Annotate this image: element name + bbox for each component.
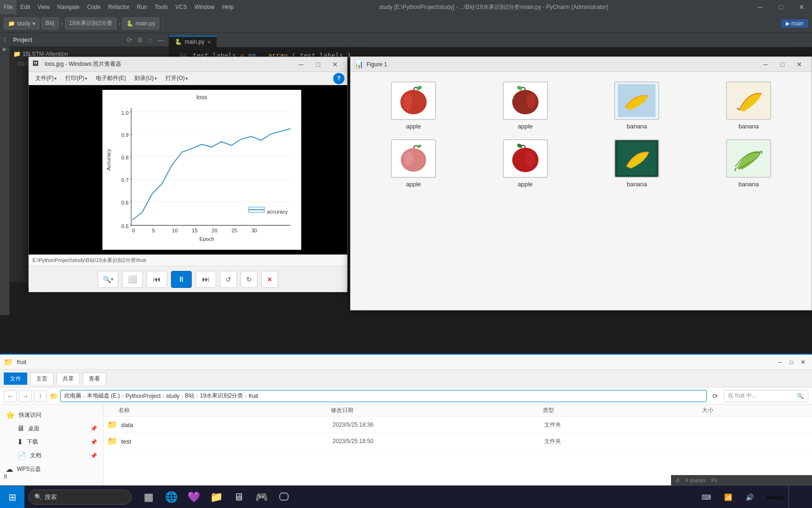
- fe-refresh-button[interactable]: ⟳: [709, 390, 722, 402]
- run-configuration[interactable]: ▶ main: [781, 19, 808, 28]
- taskbar-icon-settings[interactable]: 🖥: [229, 488, 248, 507]
- menu-view[interactable]: View: [34, 0, 54, 14]
- pv-menu-file[interactable]: 文件(F) ▾: [31, 73, 61, 83]
- file-row-data[interactable]: 📁 data 2023/5/25 18:36 文件夹: [103, 417, 812, 433]
- sync-icon[interactable]: ⟳: [125, 36, 134, 44]
- fe-minimize-button[interactable]: ─: [775, 359, 785, 365]
- col-header-type[interactable]: 类型: [543, 406, 702, 414]
- show-desktop-button[interactable]: [789, 486, 812, 508]
- taskbar-clock[interactable]: desktop: [763, 494, 789, 500]
- pv-menu-print[interactable]: 打印(P) ▾: [62, 73, 91, 83]
- pv-rotate-left-button[interactable]: ↺: [220, 271, 237, 288]
- fe-search-box[interactable]: 在 fruit 中... 🔍: [724, 390, 808, 402]
- fe-bc-sep2: ›: [122, 393, 124, 399]
- start-button[interactable]: ⊞: [0, 486, 24, 508]
- fe-sidebar-quick-access[interactable]: ⭐ 快速访问: [0, 408, 103, 422]
- menu-edit[interactable]: Edit: [16, 0, 34, 14]
- fruit-item-3: banana: [588, 81, 686, 130]
- fe-tab-share[interactable]: 共享: [56, 373, 80, 385]
- project-dropdown[interactable]: 📁 study ▾: [4, 17, 39, 30]
- fe-tab-view[interactable]: 查看: [83, 373, 106, 385]
- code-tab-close-icon[interactable]: ✕: [207, 40, 211, 45]
- menu-vcs[interactable]: VCS: [172, 0, 191, 14]
- breadcrumb-bstation[interactable]: B站: [41, 17, 59, 30]
- menu-file[interactable]: File: [0, 0, 16, 14]
- fe-bc-sep3: ›: [163, 393, 164, 399]
- fruit-image-banana3: [614, 139, 659, 178]
- side-run-icon[interactable]: ▶: [1, 46, 8, 54]
- fe-back-button[interactable]: ←: [4, 390, 17, 402]
- taskbar-icon-taskview[interactable]: ▦: [139, 488, 158, 507]
- taskbar-icon-store[interactable]: 💜: [184, 488, 203, 507]
- taskbar: ⊞ 🔍 搜索 ▦ 🌐 💜 📁 🖥 🎮 🖵 ⌨ 📶: [0, 485, 812, 508]
- pv-select-button[interactable]: ⬜: [122, 271, 143, 288]
- pv-delete-button[interactable]: ✕: [261, 271, 278, 288]
- menu-refactor[interactable]: Refactor: [104, 0, 133, 14]
- pycharm-close-button[interactable]: ✕: [791, 0, 812, 14]
- pycharm-maximize-button[interactable]: □: [771, 0, 791, 14]
- pv-rotate-right-button[interactable]: ↻: [241, 271, 258, 288]
- code-tab-mainpy[interactable]: 🐍 main.py ✕: [169, 36, 217, 47]
- menu-tools[interactable]: Tools: [151, 0, 172, 14]
- taskbar-icon-fileexp[interactable]: 📁: [207, 488, 226, 507]
- taskbar-keyboard-icon[interactable]: ⌨: [697, 488, 716, 507]
- fe-breadcrumb[interactable]: 此电脑 › 本地磁盘 (E:) › PythonProject › study …: [60, 390, 707, 402]
- pv-prev-button[interactable]: ⏮: [147, 271, 167, 288]
- fe-sidebar-wps[interactable]: ☁ WPS云盘: [0, 462, 103, 476]
- menu-arrow-icon3: ▾: [155, 76, 157, 81]
- breadcrumb-mainpy[interactable]: 🐍 main.py: [122, 17, 159, 30]
- menu-navigate[interactable]: Navigate: [54, 0, 83, 14]
- pv-play-button[interactable]: ⏸: [171, 271, 192, 288]
- menu-window[interactable]: Window: [191, 0, 219, 14]
- pv-search-button[interactable]: 🔍 ▾: [98, 271, 118, 288]
- pv-next-button[interactable]: ⏭: [195, 271, 216, 288]
- figure-maximize-button[interactable]: □: [774, 58, 791, 71]
- fe-maximize-button[interactable]: □: [787, 359, 796, 365]
- collapse-icon[interactable]: —: [156, 36, 165, 44]
- breadcrumb-sep1: ›: [61, 20, 63, 27]
- taskbar-volume-icon[interactable]: 🔊: [740, 488, 759, 507]
- fe-sidebar-desktop[interactable]: 🖥 桌面 📌: [0, 422, 103, 435]
- taskbar-icon-monitor[interactable]: 🖵: [274, 488, 293, 507]
- pv-menu-email[interactable]: 电子邮件(E): [92, 73, 130, 83]
- col-header-name[interactable]: 名称: [118, 406, 331, 414]
- pv-help-button[interactable]: ?: [333, 73, 344, 84]
- folder-icon: 📁: [13, 50, 21, 57]
- side-project-icon[interactable]: 1: [1, 37, 8, 44]
- taskbar-icon-pycharm[interactable]: 🎮: [252, 488, 271, 507]
- file-explorer-folder-icon: 📁: [4, 357, 13, 366]
- expand-icon[interactable]: ↕: [146, 36, 155, 44]
- network-icon: 📶: [724, 493, 732, 501]
- fe-close-button[interactable]: ✕: [798, 359, 808, 365]
- pycharm-minimize-button[interactable]: ─: [750, 0, 771, 14]
- fruit-image-apple3: [391, 139, 436, 178]
- fe-tab-file[interactable]: 文件: [4, 373, 27, 385]
- pv-minimize-button[interactable]: ─: [293, 58, 310, 71]
- fe-forward-button[interactable]: →: [19, 390, 32, 402]
- pv-menu-open[interactable]: 打开(O) ▾: [162, 73, 192, 83]
- edge-icon: 🌐: [165, 491, 178, 503]
- col-header-size[interactable]: 大小: [702, 406, 808, 414]
- fe-bc-fruit: fruit: [249, 393, 258, 399]
- fe-up-button[interactable]: ↑: [34, 390, 47, 402]
- file-row-test[interactable]: 📁 test 2023/5/25 18:50 文件夹: [103, 433, 812, 450]
- pv-menu-burn[interactable]: 刻录(U) ▾: [131, 73, 161, 83]
- taskbar-icon-edge[interactable]: 🌐: [162, 488, 180, 507]
- fe-sidebar-documents[interactable]: 📄 文档 📌: [0, 449, 103, 462]
- taskbar-search[interactable]: 🔍 搜索: [28, 490, 132, 505]
- figure-minimize-button[interactable]: ─: [757, 58, 774, 71]
- figure-close-button[interactable]: ✕: [791, 58, 808, 71]
- pv-close-button[interactable]: ✕: [327, 58, 344, 71]
- taskbar-network-icon[interactable]: 📶: [718, 488, 737, 507]
- svg-text:25: 25: [232, 228, 237, 233]
- menu-code[interactable]: Code: [83, 0, 104, 14]
- breadcrumb-fruit-classify[interactable]: 19水果识别2分类: [65, 17, 117, 30]
- pv-maximize-button[interactable]: □: [310, 58, 327, 71]
- menu-help[interactable]: Help: [219, 0, 238, 14]
- pycharm-titlebar: File Edit View Navigate Code Refactor Ru…: [0, 0, 812, 14]
- settings-icon[interactable]: ⚙: [136, 36, 144, 44]
- fe-sidebar-downloads[interactable]: ⬇ 下载 📌: [0, 435, 103, 449]
- menu-run[interactable]: Run: [133, 0, 151, 14]
- fe-tab-home[interactable]: 主页: [30, 373, 54, 385]
- col-header-date[interactable]: 修改日期: [331, 406, 543, 414]
